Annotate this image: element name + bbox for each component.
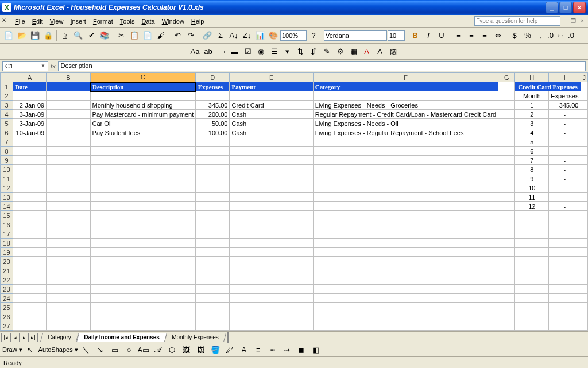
cell-C2[interactable] [90,91,196,101]
cell-E16[interactable] [230,220,313,229]
cell-B25[interactable] [47,303,90,312]
wordart-button[interactable]: 𝒜 [152,344,164,356]
cell-E5[interactable]: Cash [230,119,313,128]
menu-help[interactable]: Help [188,17,208,26]
cell-H6[interactable]: 4 [515,128,549,137]
cell-F13[interactable] [313,193,498,202]
formula-bar[interactable]: Description [58,61,586,71]
sheet-tab-category[interactable]: Category [40,333,79,342]
cell-B21[interactable] [47,266,90,275]
cell-J11[interactable] [581,174,588,183]
cell-D18[interactable] [196,239,230,248]
col-header-F[interactable]: F [313,73,498,82]
copy-button[interactable]: 📋 [128,29,141,42]
cell-F7[interactable] [313,137,498,147]
clipart-button[interactable]: 🖼 [180,344,193,356]
row-header-23[interactable]: 23 [1,285,13,294]
cell-D9[interactable] [196,156,230,165]
format-painter-button[interactable]: 🖌 [154,29,167,42]
cell-I20[interactable] [549,257,581,266]
row-header-26[interactable]: 26 [1,312,13,321]
cell-I4[interactable]: - [549,110,581,119]
cell-I14[interactable]: - [549,202,581,211]
cell-G4[interactable] [498,110,515,119]
line-button[interactable]: ＼ [80,344,92,356]
cell-B28[interactable] [47,331,90,332]
row-header-12[interactable]: 12 [1,183,13,193]
cell-J21[interactable] [581,266,588,275]
maximize-button[interactable]: □ [559,2,572,13]
rectangle-button[interactable]: ▭ [109,344,121,356]
cell-J9[interactable] [581,156,588,165]
cell-B15[interactable] [47,211,90,220]
cell-G10[interactable] [498,165,515,174]
name-box[interactable]: C1 ▼ [2,61,48,71]
cell-G22[interactable] [498,275,515,285]
cell-H3[interactable]: 1 [515,101,549,110]
cell-F25[interactable] [313,303,498,312]
cell-H22[interactable] [515,275,549,285]
cell-A4[interactable]: 3-Jan-09 [13,110,46,119]
cell-I19[interactable] [549,248,581,257]
font-size-input[interactable] [388,30,405,41]
cell-J24[interactable] [581,294,588,303]
fx-icon[interactable]: fx [51,63,56,70]
cell-J20[interactable] [581,257,588,266]
cell-B19[interactable] [47,248,90,257]
col-header-I[interactable]: I [549,73,581,82]
picture-button[interactable]: 🖼 [195,344,207,356]
spinner-button[interactable]: ⇵ [308,45,320,58]
col-header-A[interactable]: A [13,73,46,82]
col-header-B[interactable]: B [47,73,90,82]
cell-E28[interactable] [230,331,313,332]
cell-D13[interactable] [196,193,230,202]
cell-H25[interactable] [515,303,549,312]
cell-B9[interactable] [47,156,90,165]
cell-D10[interactable] [196,165,230,174]
cell-B20[interactable] [47,257,90,266]
cell-C21[interactable] [90,266,196,275]
cell-I15[interactable] [549,211,581,220]
shadow-button[interactable]: ◼ [295,344,308,356]
cell-D23[interactable] [196,285,230,294]
cell-G28[interactable] [498,331,515,332]
select-all-cell[interactable] [1,73,13,82]
cell-I21[interactable] [549,266,581,275]
row-header-20[interactable]: 20 [1,257,13,266]
row-header-16[interactable]: 16 [1,220,13,229]
cell-G14[interactable] [498,202,515,211]
cell-G13[interactable] [498,193,515,202]
cell-I22[interactable] [549,275,581,285]
cell-F20[interactable] [313,257,498,266]
row-header-2[interactable]: 2 [1,91,13,101]
cell-I17[interactable] [549,229,581,239]
cell-H11[interactable]: 9 [515,174,549,183]
cell-B12[interactable] [47,183,90,193]
cut-button[interactable]: ✂ [115,29,127,42]
dash-style-button[interactable]: ┅ [266,344,279,356]
cell-E18[interactable] [230,239,313,248]
cell-J15[interactable] [581,211,588,220]
cell-A26[interactable] [13,312,46,321]
cell-G20[interactable] [498,257,515,266]
cell-F5[interactable]: Living Expenses - Needs - Oil [313,119,498,128]
font-name-input[interactable] [324,30,387,41]
cell-A21[interactable] [13,266,46,275]
cell-B2[interactable] [47,91,90,101]
cell-G25[interactable] [498,303,515,312]
cell-H12[interactable]: 10 [515,183,549,193]
row-header-15[interactable]: 15 [1,211,13,220]
cell-E21[interactable] [230,266,313,275]
cell-C20[interactable] [90,257,196,266]
menu-view[interactable]: View [47,17,67,26]
autosum-button[interactable]: Σ [214,29,227,42]
menu-format[interactable]: Format [90,17,117,26]
menu-edit[interactable]: Edit [29,17,47,26]
doc-close-button[interactable]: × [579,18,586,24]
italic-button[interactable]: I [422,29,435,42]
cell-J13[interactable] [581,193,588,202]
tab-nav-last[interactable]: ▸| [29,333,38,342]
cell-A2[interactable] [13,91,46,101]
cell-F15[interactable] [313,211,498,220]
cell-J6[interactable] [581,128,588,137]
